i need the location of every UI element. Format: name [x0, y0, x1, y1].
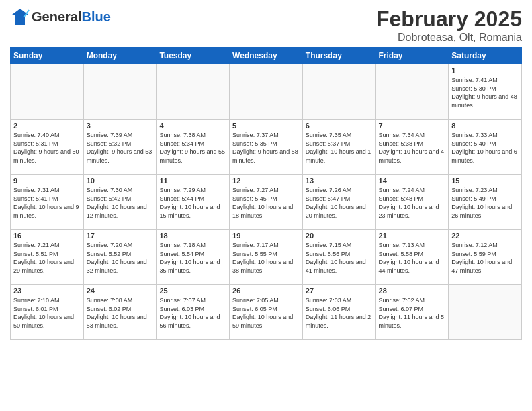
calendar-cell-3-2: 18Sunrise: 7:18 AM Sunset: 5:54 PM Dayli…: [157, 230, 230, 285]
calendar-cell-2-2: 11Sunrise: 7:29 AM Sunset: 5:44 PM Dayli…: [157, 175, 230, 230]
day-info-9: Sunrise: 7:31 AM Sunset: 5:41 PM Dayligh…: [13, 186, 81, 220]
day-number-8: 8: [451, 122, 519, 130]
day-number-7: 7: [379, 122, 446, 130]
day-info-17: Sunrise: 7:20 AM Sunset: 5:52 PM Dayligh…: [87, 241, 154, 275]
day-number-18: 18: [159, 232, 226, 240]
calendar-cell-4-6: [449, 285, 522, 340]
calendar-cell-2-6: 15Sunrise: 7:23 AM Sunset: 5:49 PM Dayli…: [449, 175, 522, 230]
title-section: February 2025 Dobroteasa, Olt, Romania: [376, 7, 522, 44]
calendar-cell-4-2: 25Sunrise: 7:07 AM Sunset: 6:03 PM Dayli…: [157, 285, 230, 340]
calendar-cell-3-0: 16Sunrise: 7:21 AM Sunset: 5:51 PM Dayli…: [11, 230, 84, 285]
calendar-cell-1-6: 8Sunrise: 7:33 AM Sunset: 5:40 PM Daylig…: [449, 120, 522, 175]
calendar-cell-2-5: 14Sunrise: 7:24 AM Sunset: 5:48 PM Dayli…: [375, 175, 449, 230]
month-title: February 2025: [376, 7, 522, 32]
calendar-cell-0-1: [83, 64, 157, 120]
calendar-cell-1-0: 2Sunrise: 7:40 AM Sunset: 5:31 PM Daylig…: [11, 120, 84, 175]
day-info-22: Sunrise: 7:12 AM Sunset: 5:59 PM Dayligh…: [451, 241, 519, 275]
day-info-6: Sunrise: 7:35 AM Sunset: 5:37 PM Dayligh…: [306, 131, 373, 165]
header-wednesday: Wednesday: [230, 48, 303, 64]
day-number-12: 12: [232, 177, 300, 185]
day-info-26: Sunrise: 7:05 AM Sunset: 6:05 PM Dayligh…: [232, 296, 300, 330]
header: GeneralBlue February 2025 Dobroteasa, Ol…: [10, 7, 522, 44]
logo-blue: Blue: [81, 9, 110, 24]
day-info-25: Sunrise: 7:07 AM Sunset: 6:03 PM Dayligh…: [159, 296, 226, 330]
header-thursday: Thursday: [302, 48, 375, 64]
calendar-cell-4-3: 26Sunrise: 7:05 AM Sunset: 6:05 PM Dayli…: [230, 285, 303, 340]
day-info-14: Sunrise: 7:24 AM Sunset: 5:48 PM Dayligh…: [379, 186, 446, 220]
day-info-19: Sunrise: 7:17 AM Sunset: 5:55 PM Dayligh…: [232, 241, 300, 275]
weekday-header-row: Sunday Monday Tuesday Wednesday Thursday…: [11, 48, 522, 64]
header-friday: Friday: [375, 48, 449, 64]
day-number-9: 9: [13, 177, 81, 185]
calendar-cell-1-4: 6Sunrise: 7:35 AM Sunset: 5:37 PM Daylig…: [302, 120, 375, 175]
calendar-cell-3-5: 21Sunrise: 7:13 AM Sunset: 5:58 PM Dayli…: [375, 230, 449, 285]
day-number-14: 14: [379, 177, 446, 185]
day-info-27: Sunrise: 7:03 AM Sunset: 6:06 PM Dayligh…: [306, 296, 373, 330]
day-info-5: Sunrise: 7:37 AM Sunset: 5:35 PM Dayligh…: [232, 131, 300, 165]
calendar-cell-1-5: 7Sunrise: 7:34 AM Sunset: 5:38 PM Daylig…: [375, 120, 449, 175]
calendar-cell-2-0: 9Sunrise: 7:31 AM Sunset: 5:41 PM Daylig…: [11, 175, 84, 230]
day-number-24: 24: [87, 287, 154, 295]
day-number-20: 20: [306, 232, 373, 240]
logo-icon: [10, 7, 30, 27]
calendar-cell-1-2: 4Sunrise: 7:38 AM Sunset: 5:34 PM Daylig…: [157, 120, 230, 175]
day-number-13: 13: [306, 177, 373, 185]
day-number-4: 4: [159, 122, 226, 130]
calendar-cell-4-1: 24Sunrise: 7:08 AM Sunset: 6:02 PM Dayli…: [83, 285, 157, 340]
calendar-cell-0-0: [11, 64, 84, 120]
day-number-3: 3: [87, 122, 154, 130]
week-row-5: 23Sunrise: 7:10 AM Sunset: 6:01 PM Dayli…: [11, 285, 522, 340]
day-number-22: 22: [451, 232, 519, 240]
day-number-23: 23: [13, 287, 81, 295]
logo-general: General: [32, 9, 81, 24]
day-info-13: Sunrise: 7:26 AM Sunset: 5:47 PM Dayligh…: [306, 186, 373, 220]
calendar-cell-2-4: 13Sunrise: 7:26 AM Sunset: 5:47 PM Dayli…: [302, 175, 375, 230]
logo: GeneralBlue: [10, 7, 111, 27]
day-info-8: Sunrise: 7:33 AM Sunset: 5:40 PM Dayligh…: [451, 131, 519, 165]
day-info-3: Sunrise: 7:39 AM Sunset: 5:32 PM Dayligh…: [87, 131, 154, 165]
day-number-25: 25: [159, 287, 226, 295]
day-number-6: 6: [306, 122, 373, 130]
day-number-10: 10: [87, 177, 154, 185]
day-number-17: 17: [87, 232, 154, 240]
day-info-20: Sunrise: 7:15 AM Sunset: 5:56 PM Dayligh…: [306, 241, 373, 275]
day-info-11: Sunrise: 7:29 AM Sunset: 5:44 PM Dayligh…: [159, 186, 226, 220]
week-row-3: 9Sunrise: 7:31 AM Sunset: 5:41 PM Daylig…: [11, 175, 522, 230]
calendar-cell-4-0: 23Sunrise: 7:10 AM Sunset: 6:01 PM Dayli…: [11, 285, 84, 340]
calendar-cell-3-3: 19Sunrise: 7:17 AM Sunset: 5:55 PM Dayli…: [230, 230, 303, 285]
day-number-11: 11: [159, 177, 226, 185]
calendar-cell-3-1: 17Sunrise: 7:20 AM Sunset: 5:52 PM Dayli…: [83, 230, 157, 285]
header-tuesday: Tuesday: [157, 48, 230, 64]
calendar-cell-1-1: 3Sunrise: 7:39 AM Sunset: 5:32 PM Daylig…: [83, 120, 157, 175]
main-container: GeneralBlue February 2025 Dobroteasa, Ol…: [0, 0, 532, 343]
day-number-2: 2: [13, 122, 81, 130]
day-number-28: 28: [379, 287, 446, 295]
calendar-cell-0-3: [230, 64, 303, 120]
week-row-4: 16Sunrise: 7:21 AM Sunset: 5:51 PM Dayli…: [11, 230, 522, 285]
calendar-cell-0-5: [375, 64, 449, 120]
calendar-cell-4-4: 27Sunrise: 7:03 AM Sunset: 6:06 PM Dayli…: [302, 285, 375, 340]
header-sunday: Sunday: [11, 48, 84, 64]
day-number-21: 21: [379, 232, 446, 240]
calendar-cell-0-2: [157, 64, 230, 120]
calendar-cell-3-6: 22Sunrise: 7:12 AM Sunset: 5:59 PM Dayli…: [449, 230, 522, 285]
day-info-1: Sunrise: 7:41 AM Sunset: 5:30 PM Dayligh…: [451, 76, 519, 109]
day-info-7: Sunrise: 7:34 AM Sunset: 5:38 PM Dayligh…: [379, 131, 446, 165]
calendar-cell-1-3: 5Sunrise: 7:37 AM Sunset: 5:35 PM Daylig…: [230, 120, 303, 175]
calendar-cell-2-1: 10Sunrise: 7:30 AM Sunset: 5:42 PM Dayli…: [83, 175, 157, 230]
day-info-16: Sunrise: 7:21 AM Sunset: 5:51 PM Dayligh…: [13, 241, 81, 275]
day-info-18: Sunrise: 7:18 AM Sunset: 5:54 PM Dayligh…: [159, 241, 226, 275]
calendar-cell-4-5: 28Sunrise: 7:02 AM Sunset: 6:07 PM Dayli…: [375, 285, 449, 340]
day-number-26: 26: [232, 287, 300, 295]
calendar-cell-0-4: [302, 64, 375, 120]
week-row-2: 2Sunrise: 7:40 AM Sunset: 5:31 PM Daylig…: [11, 120, 522, 175]
day-number-1: 1: [451, 66, 519, 75]
week-row-1: 1Sunrise: 7:41 AM Sunset: 5:30 PM Daylig…: [11, 64, 522, 120]
day-number-27: 27: [306, 287, 373, 295]
logo-text: GeneralBlue: [32, 9, 111, 25]
location: Dobroteasa, Olt, Romania: [376, 32, 522, 44]
calendar-cell-0-6: 1Sunrise: 7:41 AM Sunset: 5:30 PM Daylig…: [449, 64, 522, 120]
day-number-15: 15: [451, 177, 519, 185]
header-saturday: Saturday: [449, 48, 522, 64]
day-info-12: Sunrise: 7:27 AM Sunset: 5:45 PM Dayligh…: [232, 186, 300, 220]
